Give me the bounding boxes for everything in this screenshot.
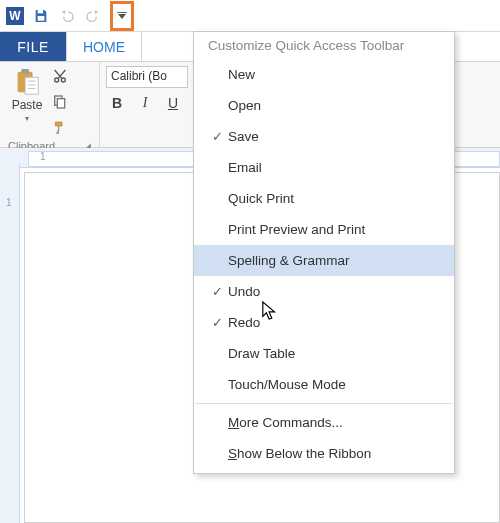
svg-rect-4: [25, 77, 38, 94]
clipboard-group: Paste ▾ Clipboard ◢: [0, 62, 100, 147]
ruler-v-mark-1: 1: [6, 197, 12, 208]
qat-save-button[interactable]: [28, 3, 54, 29]
menu-item-save[interactable]: ✓ Save: [194, 121, 454, 152]
customize-qat-dropdown[interactable]: [110, 1, 134, 31]
menu-item-more-commands[interactable]: More Commands...: [194, 407, 454, 438]
menu-item-touch-mouse[interactable]: Touch/Mouse Mode: [194, 369, 454, 400]
check-icon: ✓: [206, 284, 228, 299]
tab-file[interactable]: FILE: [0, 32, 66, 61]
tab-home[interactable]: HOME: [66, 32, 142, 61]
menu-item-label: Spelling & Grammar: [228, 253, 454, 268]
menu-item-new[interactable]: New: [194, 59, 454, 90]
brush-icon: [52, 120, 68, 136]
menu-title: Customize Quick Access Toolbar: [194, 32, 454, 59]
paste-icon: [12, 68, 42, 96]
qat-undo-button[interactable]: [54, 3, 80, 29]
underline-button[interactable]: U: [164, 94, 182, 112]
menu-item-label: Quick Print: [228, 191, 454, 206]
redo-icon: [85, 8, 101, 24]
font-name-combo[interactable]: Calibri (Bo: [106, 66, 188, 88]
svg-rect-3: [21, 69, 29, 74]
menu-item-label: Email: [228, 160, 454, 175]
paste-label: Paste: [12, 98, 43, 112]
menu-item-quick-print[interactable]: Quick Print: [194, 183, 454, 214]
copy-button[interactable]: [52, 94, 68, 114]
menu-item-email[interactable]: Email: [194, 152, 454, 183]
vertical-ruler[interactable]: 1: [0, 163, 20, 523]
check-icon: ✓: [206, 315, 228, 330]
title-bar: W: [0, 0, 500, 32]
menu-item-print-preview[interactable]: Print Preview and Print: [194, 214, 454, 245]
menu-item-label: Undo: [228, 284, 454, 299]
copy-icon: [52, 94, 68, 110]
save-icon: [33, 8, 49, 24]
customize-qat-menu: Customize Quick Access Toolbar New Open …: [193, 31, 455, 474]
check-icon: ✓: [206, 129, 228, 144]
menu-item-label: Redo: [228, 315, 454, 330]
menu-item-label: Open: [228, 98, 454, 113]
menu-item-label: Draw Table: [228, 346, 454, 361]
word-app-icon: W: [6, 7, 24, 25]
svg-rect-11: [57, 99, 64, 108]
ruler-mark-1: 1: [40, 151, 46, 162]
chevron-down-icon: [115, 6, 129, 26]
italic-button[interactable]: I: [136, 94, 154, 112]
menu-item-undo[interactable]: ✓ Undo: [194, 276, 454, 307]
qat-redo-button[interactable]: [80, 3, 106, 29]
menu-item-spelling-grammar[interactable]: Spelling & Grammar: [194, 245, 454, 276]
scissors-icon: [52, 68, 68, 84]
undo-icon: [59, 8, 75, 24]
menu-item-label: Save: [228, 129, 454, 144]
menu-separator: [195, 403, 453, 404]
cut-button[interactable]: [52, 68, 68, 88]
menu-item-label: New: [228, 67, 454, 82]
menu-item-label: Touch/Mouse Mode: [228, 377, 454, 392]
menu-item-redo[interactable]: ✓ Redo: [194, 307, 454, 338]
menu-item-label: Show Below the Ribbon: [228, 446, 454, 461]
menu-item-label: Print Preview and Print: [228, 222, 454, 237]
svg-rect-1: [38, 16, 45, 21]
menu-item-draw-table[interactable]: Draw Table: [194, 338, 454, 369]
paste-button[interactable]: Paste ▾: [6, 66, 48, 140]
menu-item-show-below-ribbon[interactable]: Show Below the Ribbon: [194, 438, 454, 469]
svg-rect-0: [38, 10, 43, 13]
menu-item-label: More Commands...: [228, 415, 454, 430]
bold-button[interactable]: B: [108, 94, 126, 112]
menu-item-open[interactable]: Open: [194, 90, 454, 121]
format-painter-button[interactable]: [52, 120, 68, 140]
